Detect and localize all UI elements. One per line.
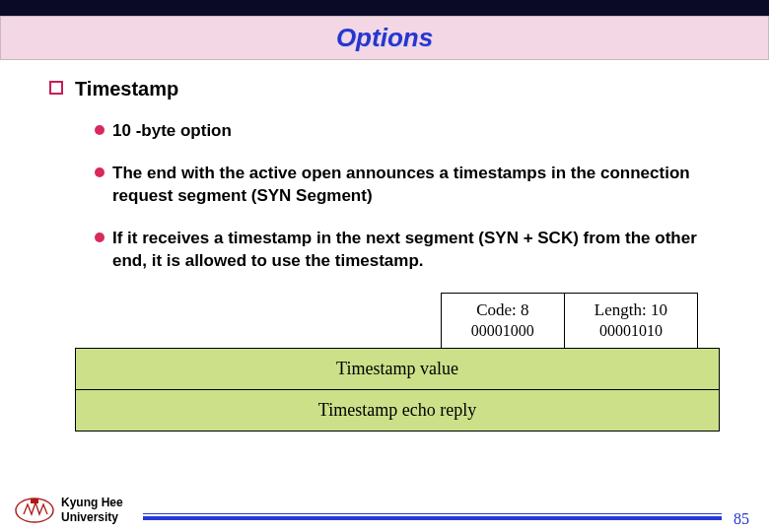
dot-bullet-icon: [95, 167, 105, 177]
length-label: Length: 10: [594, 299, 667, 321]
code-cell: Code: 8 00001000: [442, 294, 565, 348]
length-cell: Length: 10 00001010: [565, 294, 697, 348]
bullet-list: 10 -byte option The end with the active …: [75, 120, 720, 273]
code-label: Code: 8: [471, 299, 534, 321]
university-line1: Kyung Hee: [61, 496, 123, 509]
top-dark-band: [0, 0, 769, 16]
bullet-text: If it receives a timestamp in the next s…: [112, 229, 697, 270]
bullet-item: The end with the active open announces a…: [95, 163, 720, 208]
timestamp-echo-row: Timestamp echo reply: [75, 390, 720, 432]
bullet-text: 10 -byte option: [112, 121, 232, 140]
content-area: Timestamp 10 -byte option The end with t…: [0, 60, 769, 432]
dot-bullet-icon: [95, 125, 105, 135]
university-line2: University: [61, 510, 123, 524]
footer-divider-line: [143, 516, 722, 520]
length-binary: 00001010: [594, 321, 667, 342]
university-name: Kyung Hee University: [61, 496, 123, 524]
dot-bullet-icon: [95, 233, 105, 242]
slide-title: Options: [336, 23, 433, 52]
page-number: 85: [734, 510, 749, 528]
svg-rect-1: [31, 499, 38, 503]
bullet-item: 10 -byte option: [95, 120, 720, 143]
diagram-header-row: Code: 8 00001000 Length: 10 00001010: [75, 293, 720, 348]
option-format-diagram: Code: 8 00001000 Length: 10 00001010 Tim…: [75, 293, 720, 432]
bullet-item: If it receives a timestamp in the next s…: [95, 228, 720, 273]
square-bullet-icon: [49, 81, 63, 95]
slide-footer: Kyung Hee University 85: [0, 493, 769, 524]
bullet-text: The end with the active open announces a…: [112, 164, 690, 205]
title-band: Options: [0, 16, 769, 60]
timestamp-value-row: Timestamp value: [75, 348, 720, 390]
university-logo-icon: [14, 493, 55, 524]
code-binary: 00001000: [471, 321, 534, 342]
section-heading: Timestamp: [75, 78, 720, 100]
section-heading-text: Timestamp: [75, 78, 178, 100]
